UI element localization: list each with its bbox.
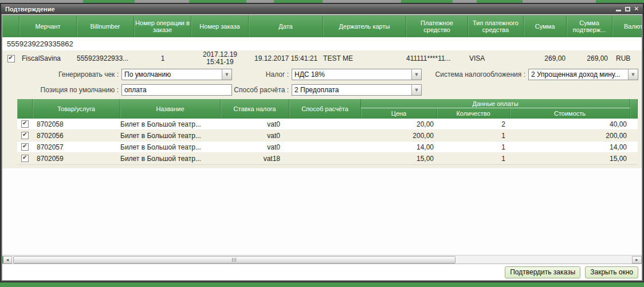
calc-method-combo[interactable]: 2 Предоплата ▼ xyxy=(292,84,422,96)
column-header-order-number[interactable]: Номер заказа xyxy=(191,15,249,37)
item-column-header-spacer xyxy=(630,99,638,119)
maximize-icon[interactable] xyxy=(625,7,630,11)
dialog-body: Мерчант Billnumber Номер операции в зака… xyxy=(2,15,642,281)
confirmed-amount-cell: 269,00 xyxy=(567,54,612,62)
column-header-checkbox[interactable] xyxy=(2,15,19,37)
window-controls: ✕ xyxy=(616,6,639,12)
card-holder-value: TEST ME xyxy=(323,54,353,62)
titlebar[interactable]: Подтверждение ✕ xyxy=(1,4,643,14)
item-name-cell: Билет в Большой театр... xyxy=(120,143,221,151)
generate-receipt-label: Генерировать чек : xyxy=(2,70,121,78)
scrollbar-grip-icon xyxy=(232,258,237,262)
confirmation-dialog: Подтверждение ✕ Мерчант Billnumber Номер… xyxy=(0,3,644,282)
close-icon[interactable]: ✕ xyxy=(634,6,639,12)
item-column-header-calc-method[interactable]: Способ расчёта xyxy=(289,99,361,119)
item-column-header-checkbox[interactable] xyxy=(17,99,33,119)
column-header-billnumber[interactable]: Billnumber xyxy=(77,15,134,37)
item-vat-cell: vat0 xyxy=(221,132,289,140)
item-quantity-cell: 2 xyxy=(437,120,510,128)
items-grid-rows: 8702058 Билет в Большой театр... vat0 20… xyxy=(17,119,638,164)
item-column-header-quantity[interactable]: Количество xyxy=(437,108,510,119)
horizontal-scrollbar[interactable]: ◄ ► xyxy=(2,255,642,264)
scroll-left-icon[interactable]: ◄ xyxy=(2,256,12,264)
item-row[interactable]: 8702059 Билет в Большой театр... vat18 1… xyxy=(17,153,638,164)
item-checkbox[interactable] xyxy=(21,132,29,139)
minimize-icon[interactable] xyxy=(616,10,621,11)
item-price-cell: 15,00 xyxy=(361,155,437,163)
item-vat-cell: vat0 xyxy=(221,120,289,128)
close-window-button[interactable]: Закрыть окно xyxy=(585,266,638,278)
column-header-merchant[interactable]: Мерчант xyxy=(19,15,77,37)
item-vat-cell: vat18 xyxy=(221,155,289,163)
chevron-down-icon[interactable]: ▼ xyxy=(411,85,421,95)
item-checkbox[interactable] xyxy=(21,120,29,128)
calc-method-value: 2 Предоплата xyxy=(292,85,411,95)
column-header-card-holder[interactable]: Держатель карты xyxy=(323,15,406,37)
screen: Подтверждение ✕ Мерчант Billnumber Номер… xyxy=(0,0,644,287)
generate-receipt-value: По умолчанию xyxy=(122,69,222,80)
tax-combo[interactable]: НДС 18% ▼ xyxy=(292,69,422,80)
item-name-cell: Билет в Большой театр... xyxy=(120,155,221,163)
item-column-header-vat-rate[interactable]: Ставка налога xyxy=(221,99,289,119)
tax-system-label: Система налогообложения : xyxy=(422,70,528,78)
column-header-currency[interactable]: Валюта xyxy=(612,15,642,37)
merchant-cell: FiscalSavina xyxy=(19,54,77,62)
tax-system-combo[interactable]: 2 Упрощенная доход мину... ▼ xyxy=(528,69,638,80)
item-price-cell: 200,00 xyxy=(361,132,437,140)
payment-data-group-header: Данные оплаты xyxy=(361,99,630,108)
footer-toolbar: Подтвердить заказы Закрыть окно xyxy=(2,264,642,280)
item-row[interactable]: 8702057 Билет в Большой театр... vat0 14… xyxy=(17,141,638,153)
item-name-cell: Билет в Большой театр... xyxy=(120,132,221,140)
chevron-down-icon[interactable]: ▼ xyxy=(628,69,638,80)
item-cost-cell: 15,00 xyxy=(510,155,630,163)
item-column-header-product[interactable]: Товар/услуга xyxy=(33,99,120,119)
payment-type-cell: VISA xyxy=(468,54,524,62)
item-product-cell: 8702058 xyxy=(33,120,120,128)
item-row[interactable]: 8702056 Билет в Большой театр... vat0 20… xyxy=(17,130,638,141)
column-header-operation-number[interactable]: Номер операции в заказе xyxy=(134,15,191,37)
item-column-header-name[interactable]: Название xyxy=(120,99,221,119)
default-position-label: Позиция по умолчанию : xyxy=(2,86,121,94)
tax-label: Налог : xyxy=(232,70,292,78)
empty-area xyxy=(2,168,642,255)
scroll-right-icon[interactable]: ► xyxy=(632,256,642,264)
operation-number-cell: 1 xyxy=(134,54,191,62)
order-checkbox[interactable] xyxy=(7,55,15,62)
item-row[interactable]: 8702058 Билет в Большой театр... vat0 20… xyxy=(17,119,638,130)
column-header-amount[interactable]: Сумма xyxy=(524,15,567,37)
order-row[interactable]: FiscalSavina 555923922933... 1 2017.12.1… xyxy=(2,50,642,66)
item-product-cell: 8702056 xyxy=(33,132,120,140)
item-name-cell: Билет в Большой театр... xyxy=(120,120,221,128)
chevron-down-icon[interactable]: ▼ xyxy=(222,69,231,80)
payment-data-group: Данные оплаты Цена Количество Стоимость xyxy=(361,99,630,119)
item-price-cell: 20,00 xyxy=(361,120,437,128)
date-holder-cell: 19.12.2017 15:41:21 TEST ME xyxy=(249,54,406,62)
window-title: Подтверждение xyxy=(5,6,616,13)
item-quantity-cell: 1 xyxy=(437,155,510,163)
item-column-header-cost[interactable]: Стоимость xyxy=(510,108,630,119)
items-grid: Товар/услуга Название Ставка налога Спос… xyxy=(17,99,638,165)
column-header-payment-type[interactable]: Тип платежного средства xyxy=(468,15,524,37)
chevron-down-icon[interactable]: ▼ xyxy=(411,69,421,80)
tax-value: НДС 18% xyxy=(292,69,411,80)
item-vat-cell: vat0 xyxy=(221,143,289,151)
column-header-date[interactable]: Дата xyxy=(249,15,323,37)
confirm-orders-button[interactable]: Подтвердить заказы xyxy=(505,266,580,278)
background-page-bottom xyxy=(0,282,644,287)
item-column-header-price[interactable]: Цена xyxy=(361,108,437,119)
column-header-confirmed-amount[interactable]: Сумма подтверж... xyxy=(567,15,612,37)
item-checkbox[interactable] xyxy=(21,155,29,162)
order-section: FiscalSavina 555923922933... 1 2017.12.1… xyxy=(2,50,642,168)
order-number-cell: 2017.12.19 15:41-19 xyxy=(191,51,249,66)
item-checkbox[interactable] xyxy=(21,143,29,151)
column-header-payment-instrument[interactable]: Платежное средство xyxy=(406,15,468,37)
amount-cell: 269,00 xyxy=(524,54,567,62)
generate-receipt-combo[interactable]: По умолчанию ▼ xyxy=(121,69,232,80)
item-quantity-cell: 1 xyxy=(437,132,510,140)
item-product-cell: 8702059 xyxy=(33,155,120,163)
item-quantity-cell: 1 xyxy=(437,143,510,151)
scrollbar-thumb[interactable] xyxy=(13,256,455,264)
billnumber-cell: 555923922933... xyxy=(77,54,134,62)
date-value: 19.12.2017 15:41:21 xyxy=(254,54,317,62)
default-position-input[interactable]: оплата xyxy=(121,84,232,96)
